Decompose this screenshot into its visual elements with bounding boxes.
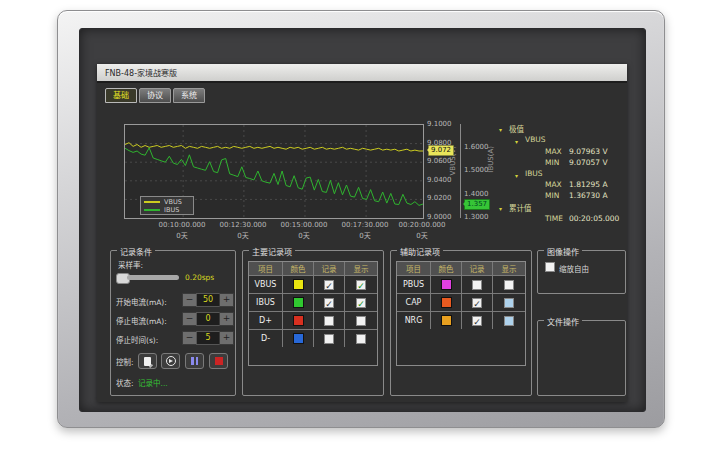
- stop-time-label: 停止时间(s):: [116, 334, 158, 345]
- table-row: D-: [249, 330, 377, 347]
- stats-time-label: TIME: [545, 214, 563, 223]
- stats-vbus-max: 9.07963 V: [569, 147, 608, 156]
- row-label: D-: [249, 330, 283, 347]
- monitor-screen: FNB-48-家境战寒版 基础 协议 系统 VBUS IBUS 9.1000 9…: [79, 28, 646, 412]
- stop-current-plus-button[interactable]: +: [219, 312, 234, 326]
- x-subtick: 0天: [208, 230, 278, 240]
- y2-tick: 1.4000: [464, 190, 494, 198]
- start-current-value[interactable]: 50: [196, 293, 220, 307]
- sample-rate-value: 0.20sps: [185, 273, 214, 282]
- page: FNB-48-家境战寒版 基础 协议 系统 VBUS IBUS 9.1000 9…: [0, 0, 720, 468]
- color-swatch[interactable]: [441, 279, 452, 290]
- table-row: D+: [249, 312, 377, 330]
- record-conditions-title: 记录条件: [117, 246, 155, 257]
- status-value: 记录中...: [138, 377, 168, 388]
- stats-vbus-min: 9.07057 V: [569, 158, 608, 167]
- main-record-table: 项目 颜色 记录 显示 VBUS IBUS: [248, 261, 378, 366]
- stats-ibus-max: 1.81295 A: [569, 180, 608, 189]
- record-checkbox[interactable]: [324, 316, 334, 326]
- display-checkbox[interactable]: [504, 298, 514, 308]
- collapse-arrow-icon[interactable]: ▾: [499, 126, 502, 133]
- stop-button[interactable]: [209, 353, 228, 369]
- stop-current-minus-button[interactable]: −: [182, 312, 197, 326]
- aux-record-table: 项目 颜色 记录 显示 PBUS CAP: [396, 261, 526, 366]
- color-swatch[interactable]: [441, 315, 452, 326]
- zoom-free-label: 缩放自由: [559, 263, 589, 274]
- stats-min-label: MIN: [545, 158, 559, 167]
- main-record-items-title: 主要记录项: [249, 246, 295, 257]
- display-checkbox[interactable]: [356, 316, 366, 326]
- header-display: 显示: [345, 262, 377, 275]
- sample-rate-slider[interactable]: [127, 275, 179, 280]
- start-current-minus-button[interactable]: −: [182, 293, 197, 307]
- row-label: NRG: [397, 312, 431, 329]
- stop-current-value[interactable]: 0: [196, 312, 220, 326]
- color-swatch[interactable]: [293, 315, 304, 326]
- x-subtick: 0天: [147, 230, 217, 240]
- new-record-button[interactable]: [138, 353, 157, 369]
- y1-tick: 9.1000: [427, 120, 457, 128]
- record-checkbox[interactable]: [324, 298, 334, 308]
- color-swatch[interactable]: [441, 297, 452, 308]
- color-swatch[interactable]: [293, 297, 304, 308]
- display-checkbox[interactable]: [356, 298, 366, 308]
- record-checkbox[interactable]: [324, 334, 334, 344]
- collapse-arrow-icon[interactable]: ▾: [515, 138, 518, 145]
- x-subtick: 0天: [269, 230, 339, 240]
- stop-time-minus-button[interactable]: −: [182, 331, 197, 345]
- legend-vbus-label: VBUS: [164, 198, 182, 206]
- row-label: D+: [249, 312, 283, 329]
- stats-min-label: MIN: [545, 191, 559, 200]
- aux-record-items-panel: 辅助记录项 项目 颜色 记录 显示 PBUS: [390, 250, 532, 396]
- tab-protocol[interactable]: 协议: [139, 88, 171, 103]
- record-checkbox[interactable]: [472, 280, 482, 290]
- header-item: 项目: [397, 262, 431, 275]
- record-checkbox[interactable]: [472, 298, 482, 308]
- x-tick: 00:20:00.000: [387, 221, 457, 229]
- tab-system[interactable]: 系统: [173, 88, 205, 103]
- color-swatch[interactable]: [293, 333, 304, 344]
- control-label: 控制:: [116, 356, 134, 367]
- vbus-value-tag: 9.072: [428, 145, 454, 156]
- stop-time-plus-button[interactable]: +: [219, 331, 234, 345]
- collapse-arrow-icon[interactable]: ▾: [499, 205, 502, 212]
- display-checkbox[interactable]: [504, 280, 514, 290]
- aux-record-items-title: 辅助记录项: [397, 246, 443, 257]
- row-label: PBUS: [397, 276, 431, 293]
- window-title: FNB-48-家境战寒版: [105, 67, 177, 78]
- collapse-arrow-icon[interactable]: ▾: [515, 172, 518, 179]
- x-tick: 00:10:00.000: [147, 221, 217, 229]
- display-checkbox[interactable]: [356, 334, 366, 344]
- image-operations-title: 图像操作: [544, 246, 582, 257]
- tab-basic[interactable]: 基础: [105, 88, 137, 103]
- y1-tick: 9.0400: [427, 176, 457, 184]
- play-button[interactable]: [161, 353, 180, 369]
- tab-system-label: 系统: [181, 91, 197, 100]
- sample-rate-label: 采样率:: [118, 259, 143, 270]
- app-window: FNB-48-家境战寒版 基础 协议 系统 VBUS IBUS 9.1000 9…: [97, 64, 627, 402]
- color-swatch[interactable]: [293, 279, 304, 290]
- start-current-label: 开始电流(mA):: [116, 296, 167, 307]
- stats-ibus-label: IBUS: [525, 169, 543, 178]
- table-row: NRG: [397, 312, 525, 329]
- row-label: IBUS: [249, 294, 283, 311]
- record-checkbox[interactable]: [324, 280, 334, 290]
- x-subtick: 0天: [387, 230, 457, 240]
- header-display: 显示: [493, 262, 525, 275]
- record-checkbox[interactable]: [472, 316, 482, 326]
- y1-tick: 9.0200: [427, 194, 457, 202]
- stop-icon: [215, 357, 223, 365]
- window-titlebar[interactable]: FNB-48-家境战寒版: [97, 64, 627, 83]
- pause-icon: [191, 357, 198, 365]
- chart-legend: VBUS IBUS: [140, 196, 194, 215]
- pause-button[interactable]: [185, 353, 204, 369]
- stop-time-value[interactable]: 5: [196, 331, 220, 345]
- stats-extremes-label: 极值: [509, 123, 524, 134]
- zoom-free-checkbox[interactable]: [545, 262, 555, 272]
- display-checkbox[interactable]: [356, 280, 366, 290]
- display-checkbox[interactable]: [504, 316, 514, 326]
- stats-cumulative-label: 累计值: [509, 202, 532, 213]
- start-current-plus-button[interactable]: +: [219, 293, 234, 307]
- x-tick: 00:15:00.000: [269, 221, 339, 229]
- tab-protocol-label: 协议: [147, 91, 163, 100]
